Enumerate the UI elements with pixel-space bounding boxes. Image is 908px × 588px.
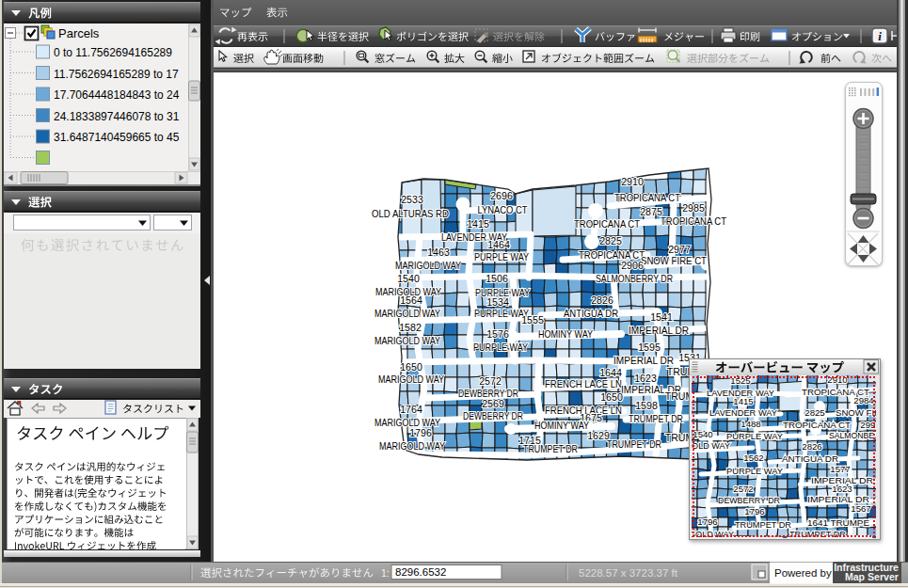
svg-text:Powered by: Powered by (774, 567, 832, 579)
svg-text:5228.57 x 3723.37 ft: 5228.57 x 3723.37 ft (579, 567, 678, 579)
svg-text:1:: 1: (381, 567, 390, 579)
svg-text:Map Server: Map Server (845, 571, 899, 582)
svg-text:8296.6532: 8296.6532 (395, 566, 446, 578)
